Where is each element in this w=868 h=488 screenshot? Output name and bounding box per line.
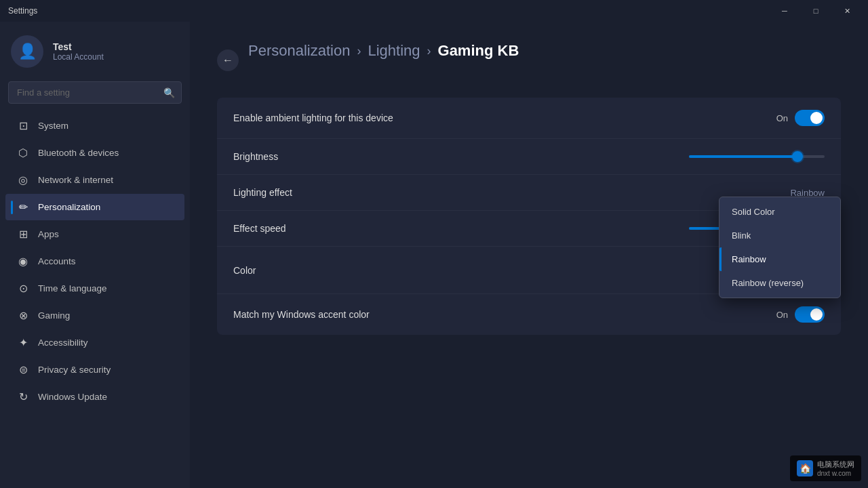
lighting-effect-label: Lighting effect (233, 187, 292, 198)
sidebar-item-accounts[interactable]: ◉ Accounts (5, 248, 184, 274)
dropdown-item-blink[interactable]: Blink (719, 224, 840, 247)
user-icon: 👤 (18, 43, 37, 60)
avatar: 👤 (11, 35, 43, 68)
sidebar-item-accounts-label: Accounts (38, 256, 76, 266)
sidebar-item-accessibility-label: Accessibility (38, 338, 88, 348)
search-input[interactable] (8, 81, 182, 104)
breadcrumb-lighting[interactable]: Lighting (368, 42, 420, 60)
search-box: 🔍 (8, 81, 182, 104)
back-button[interactable]: ← (217, 49, 239, 71)
user-info: Test Local Account (53, 41, 104, 62)
sidebar-item-time[interactable]: ⊙ Time & language (5, 275, 184, 302)
sidebar-item-update-label: Windows Update (38, 392, 107, 402)
brightness-slider-thumb[interactable] (792, 151, 803, 162)
breadcrumb-gaming-kb: Gaming KB (438, 42, 519, 60)
color-label: Color (233, 265, 256, 276)
sidebar-item-personalization-label: Personalization (38, 202, 100, 212)
sidebar-item-system-label: System (38, 121, 68, 131)
breadcrumb-sep-2: › (427, 44, 431, 58)
watermark-text: 电脑系统网 dnxt w.com (817, 460, 854, 477)
sidebar-item-gaming-label: Gaming (38, 310, 70, 321)
personalization-icon: ✏ (16, 201, 30, 214)
update-icon: ↻ (16, 390, 30, 403)
sidebar-item-apps-label: Apps (38, 229, 59, 239)
user-section[interactable]: 👤 Test Local Account (0, 22, 190, 79)
close-button[interactable]: ✕ (831, 0, 863, 22)
dropdown-item-rainbow[interactable]: Rainbow (719, 247, 840, 271)
system-icon: ⊡ (16, 119, 30, 132)
ambient-lighting-state: On (776, 113, 788, 123)
bluetooth-icon: ⬡ (16, 146, 30, 159)
maximize-button[interactable]: □ (800, 0, 831, 22)
apps-icon: ⊞ (16, 228, 30, 241)
ambient-lighting-toggle-wrap: On (776, 110, 825, 126)
dropdown-item-solid-color[interactable]: Solid Color (719, 200, 840, 224)
accent-color-toggle[interactable] (795, 306, 825, 323)
sidebar-item-accessibility[interactable]: ✦ Accessibility (5, 329, 184, 356)
breadcrumb: Personalization › Lighting › Gaming KB (248, 42, 519, 60)
brightness-slider-fill (689, 155, 797, 158)
watermark-icon: 🏠 (797, 460, 813, 476)
gaming-icon: ⊗ (16, 309, 30, 322)
breadcrumb-sep-1: › (357, 44, 361, 58)
ambient-lighting-toggle[interactable] (795, 110, 825, 126)
sidebar-item-network[interactable]: ◎ Network & internet (5, 167, 184, 193)
sidebar-item-apps[interactable]: ⊞ Apps (5, 221, 184, 247)
breadcrumb-personalization[interactable]: Personalization (248, 42, 350, 60)
brightness-row: Brightness (217, 139, 841, 175)
accessibility-icon: ✦ (16, 336, 30, 349)
accent-color-state: On (776, 310, 788, 320)
search-icon: 🔍 (163, 87, 175, 98)
ambient-lighting-row: Enable ambient lighting for this device … (217, 98, 841, 139)
accent-color-row: Match my Windows accent color On (217, 294, 841, 335)
sidebar-item-time-label: Time & language (38, 283, 107, 293)
sidebar-item-bluetooth[interactable]: ⬡ Bluetooth & devices (5, 140, 184, 166)
user-account-type: Local Account (53, 52, 104, 62)
minimize-button[interactable]: ─ (769, 0, 800, 22)
sidebar-item-gaming[interactable]: ⊗ Gaming (5, 302, 184, 329)
dropdown-item-rainbow-reverse[interactable]: Rainbow (reverse) (719, 271, 840, 295)
content-area: ← Personalization › Lighting › Gaming KB… (190, 22, 868, 488)
accounts-icon: ◉ (16, 255, 30, 268)
sidebar-item-system[interactable]: ⊡ System (5, 113, 184, 139)
sidebar-item-network-label: Network & internet (38, 175, 113, 185)
effect-speed-label: Effect speed (233, 223, 286, 234)
network-icon: ◎ (16, 174, 30, 186)
sidebar-item-privacy[interactable]: ⊜ Privacy & security (5, 357, 184, 383)
sidebar-item-privacy-label: Privacy & security (38, 365, 111, 375)
app-container: 👤 Test Local Account 🔍 ⊡ System ⬡ Blueto… (0, 22, 868, 488)
sidebar-item-personalization[interactable]: ✏ Personalization (5, 194, 184, 220)
sidebar-item-bluetooth-label: Bluetooth & devices (38, 148, 119, 158)
sidebar-item-update[interactable]: ↻ Windows Update (5, 384, 184, 410)
nav-list: ⊡ System ⬡ Bluetooth & devices ◎ Network… (0, 109, 190, 488)
brightness-slider-wrap (689, 155, 825, 158)
user-name: Test (53, 41, 104, 52)
brightness-label: Brightness (233, 151, 278, 162)
sidebar: 👤 Test Local Account 🔍 ⊡ System ⬡ Blueto… (0, 22, 190, 488)
accent-color-toggle-wrap: On (776, 306, 825, 323)
time-icon: ⊙ (16, 282, 30, 295)
window-controls: ─ □ ✕ (769, 0, 863, 22)
watermark: 🏠 电脑系统网 dnxt w.com (790, 455, 861, 481)
titlebar: Settings ─ □ ✕ (0, 0, 868, 22)
app-title: Settings (8, 6, 37, 16)
privacy-icon: ⊜ (16, 363, 30, 376)
brightness-slider-track[interactable] (689, 155, 825, 158)
lighting-effect-dropdown: Solid Color Blink Rainbow Rainbow (rever… (719, 197, 841, 298)
ambient-lighting-label: Enable ambient lighting for this device (233, 113, 393, 123)
accent-color-label: Match my Windows accent color (233, 309, 370, 320)
